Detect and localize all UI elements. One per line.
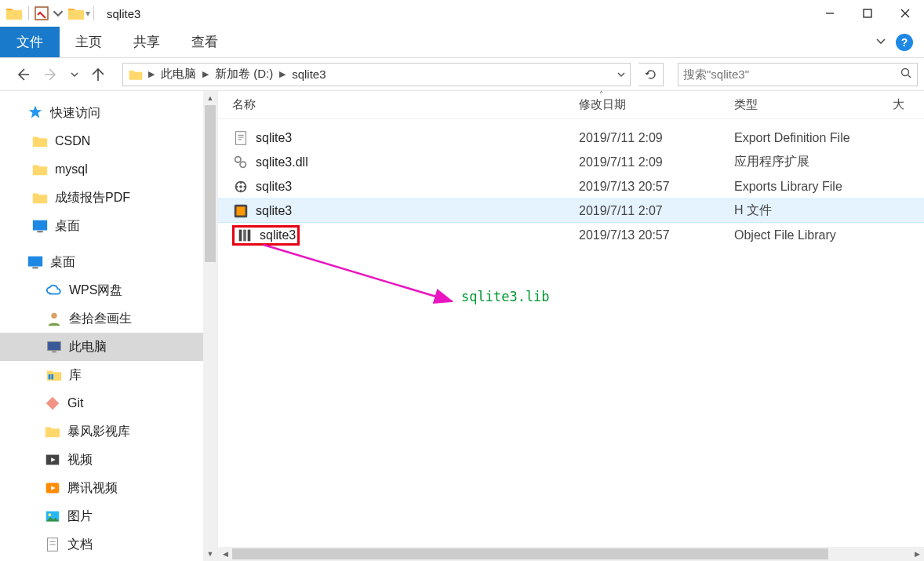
qat-dropdown-icon[interactable] — [53, 4, 64, 23]
scroll-down-icon[interactable]: ▼ — [203, 547, 217, 561]
file-name: sqlite3 — [256, 204, 292, 218]
tab-share[interactable]: 共享 — [118, 27, 176, 57]
tree-item[interactable]: WPS网盘 — [0, 276, 217, 304]
tab-home[interactable]: 主页 — [60, 27, 118, 57]
tree-item[interactable]: 视频 — [0, 446, 217, 474]
tree-item[interactable]: 成绩报告PDF — [0, 184, 217, 212]
tree-item[interactable]: 腾讯视频 — [0, 474, 217, 502]
scroll-thumb[interactable] — [232, 548, 828, 559]
scroll-up-icon[interactable]: ▲ — [203, 91, 217, 105]
search-input[interactable] — [683, 67, 900, 81]
svg-line-4 — [908, 75, 911, 78]
tree-label: 腾讯视频 — [67, 480, 118, 497]
svg-line-34 — [264, 245, 452, 301]
tree-item[interactable]: 图片 — [0, 502, 217, 530]
tree-item[interactable]: 文档 — [0, 530, 217, 559]
file-type: 应用程序扩展 — [720, 154, 879, 170]
tree-desktop[interactable]: 桌面 — [0, 248, 217, 276]
breadcrumb-item[interactable]: sqlite3 — [290, 67, 327, 81]
close-button[interactable] — [886, 0, 924, 27]
horizontal-scrollbar[interactable]: ◀ ▶ — [218, 547, 924, 561]
file-date: 2019/7/13 20:57 — [565, 228, 720, 242]
nav-tree: 快速访问 CSDN mysql 成绩报告PDF 桌面 桌面 WPS网盘 叁拾叁画… — [0, 91, 218, 561]
back-button[interactable] — [13, 64, 33, 85]
tree-scrollbar[interactable]: ▲ ▼ — [203, 91, 217, 561]
file-type: Exports Library File — [720, 180, 879, 194]
svg-rect-2 — [864, 9, 871, 17]
git-icon — [44, 395, 61, 412]
breadcrumb[interactable]: ▶ 此电脑 ▶ 新加卷 (D:) ▶ sqlite3 — [122, 63, 631, 86]
svg-rect-33 — [248, 229, 251, 241]
folder-icon — [31, 161, 49, 178]
tree-item[interactable]: mysql — [0, 155, 217, 184]
folder-icon — [128, 67, 144, 82]
tree-item[interactable]: 此电脑 — [0, 333, 217, 361]
file-date: 2019/7/13 20:57 — [565, 180, 720, 194]
tree-item[interactable]: CSDN — [0, 127, 217, 155]
breadcrumb-item[interactable]: 此电脑 — [159, 67, 198, 82]
sort-indicator-icon: ˄ — [599, 90, 603, 99]
tree-label: 库 — [69, 367, 82, 384]
svg-rect-8 — [32, 267, 38, 268]
tab-view[interactable]: 查看 — [176, 27, 234, 57]
forward-button[interactable] — [41, 64, 61, 85]
tree-item[interactable]: 桌面 — [0, 212, 217, 240]
tree-item[interactable]: 叁拾叁画生 — [0, 304, 217, 333]
desktop-icon — [27, 253, 44, 271]
svg-point-26 — [240, 162, 246, 167]
tree-label: 叁拾叁画生 — [69, 311, 132, 327]
file-row[interactable]: sqlite3 2019/7/11 2:07 H 文件 — [218, 199, 924, 223]
tree-item[interactable]: 库 — [0, 361, 217, 389]
file-row[interactable]: sqlite3 2019/7/11 2:09 Export Definition… — [218, 126, 924, 150]
file-type: Export Definition File — [720, 131, 879, 145]
tree-label: 图片 — [67, 508, 93, 525]
scroll-left-icon[interactable]: ◀ — [218, 547, 232, 561]
tx-icon — [44, 479, 61, 497]
up-button[interactable] — [88, 64, 108, 85]
search-box[interactable] — [678, 63, 918, 86]
file-date: 2019/7/11 2:07 — [565, 204, 720, 218]
minimize-button[interactable] — [811, 0, 849, 27]
address-dropdown-icon[interactable] — [612, 64, 630, 84]
expand-ribbon-icon[interactable] — [875, 35, 886, 49]
history-dropdown[interactable] — [69, 64, 80, 85]
maximize-button[interactable] — [849, 0, 886, 27]
folder-icon — [31, 133, 49, 150]
file-list: ˄ 名称 修改日期 类型 大 sqlite3 2019/7/11 2:09 Ex… — [218, 91, 924, 561]
help-icon[interactable]: ? — [896, 34, 913, 51]
title-dd-icon[interactable]: ▾ — [85, 8, 90, 19]
scroll-thumb[interactable] — [205, 105, 216, 262]
tree-quick-access[interactable]: 快速访问 — [0, 99, 217, 127]
tree-item[interactable]: Git — [0, 389, 217, 417]
chevron-right-icon[interactable]: ▶ — [144, 69, 159, 79]
refresh-button[interactable] — [638, 63, 664, 86]
breadcrumb-item[interactable]: 新加卷 (D:) — [213, 67, 275, 82]
properties-icon[interactable] — [32, 4, 51, 23]
scroll-right-icon[interactable]: ▶ — [910, 547, 924, 561]
tree-item[interactable]: 暴风影视库 — [0, 417, 217, 446]
file-name: sqlite3.dll — [256, 155, 308, 169]
ribbon: 文件 主页 共享 查看 ? — [0, 27, 924, 58]
svg-rect-31 — [239, 229, 242, 241]
file-type: Object File Library — [720, 228, 879, 242]
file-icon — [236, 227, 253, 244]
search-icon[interactable] — [900, 67, 912, 82]
chevron-right-icon[interactable]: ▶ — [198, 69, 213, 79]
tree-label: 文档 — [67, 537, 93, 553]
file-row[interactable]: sqlite3.dll 2019/7/11 2:09 应用程序扩展 — [218, 150, 924, 174]
folder-app-icon — [5, 4, 24, 23]
col-date[interactable]: 修改日期 — [565, 91, 720, 118]
chevron-right-icon[interactable]: ▶ — [275, 69, 290, 79]
tree-label: 成绩报告PDF — [55, 190, 130, 206]
col-name[interactable]: 名称 — [218, 91, 565, 118]
desktop-icon — [31, 217, 49, 235]
svg-point-9 — [51, 313, 56, 319]
svg-rect-10 — [48, 342, 61, 351]
file-row[interactable]: sqlite3 2019/7/13 20:57 Exports Library … — [218, 174, 924, 199]
file-name: sqlite3 — [260, 228, 296, 242]
svg-rect-13 — [51, 374, 53, 379]
file-tab[interactable]: 文件 — [0, 27, 60, 57]
file-row[interactable]: sqlite3 2019/7/13 20:57 Object File Libr… — [218, 223, 924, 247]
col-type[interactable]: 类型 — [720, 91, 879, 118]
col-size[interactable]: 大 — [879, 91, 924, 118]
